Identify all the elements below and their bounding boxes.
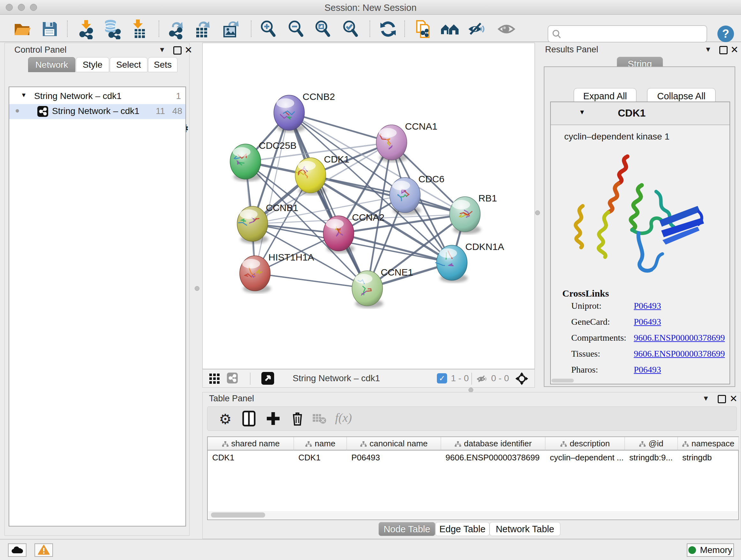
table-cell[interactable]: stringdb bbox=[678, 451, 739, 464]
show-columns-button[interactable] bbox=[239, 409, 259, 428]
tab-network[interactable]: Network bbox=[28, 57, 75, 72]
tab-node-table[interactable]: Node Table bbox=[379, 522, 435, 536]
export-image-button[interactable] bbox=[220, 19, 241, 39]
panel-close-icon[interactable]: ✕ bbox=[730, 393, 738, 404]
cloud-button[interactable] bbox=[8, 543, 26, 557]
help-button[interactable]: ? bbox=[718, 25, 734, 42]
network-collection-row[interactable]: ▼ String Network – cdk1 1 bbox=[9, 89, 185, 104]
protein-card-header[interactable]: ▼ CDK1 bbox=[551, 102, 730, 125]
panel-close-icon[interactable]: ✕ bbox=[731, 44, 738, 55]
table-cell[interactable]: cyclin–dependent ... bbox=[545, 451, 625, 464]
table-settings-gear-icon[interactable]: ⚙ bbox=[216, 409, 235, 428]
zoom-selected-button[interactable] bbox=[340, 19, 361, 39]
grid-view-icon[interactable] bbox=[209, 373, 220, 385]
crosslink-link[interactable]: 9606.ENSP00000378699 bbox=[634, 333, 725, 343]
edge-CCNE1-HIST1H1A[interactable] bbox=[255, 273, 367, 288]
crosslink-link[interactable]: 9606.ENSP00000378699 bbox=[634, 349, 725, 359]
node-table[interactable]: shared namenamecanonical namedatabase id… bbox=[207, 436, 739, 520]
toolbar-separator bbox=[404, 20, 405, 37]
column-header-name[interactable]: name bbox=[294, 437, 347, 450]
node-CDC6[interactable]: CDC6 bbox=[390, 174, 445, 215]
zoom-out-button[interactable] bbox=[286, 19, 307, 39]
crosslink-link[interactable]: P06493 bbox=[634, 365, 661, 375]
hscroll-thumb[interactable] bbox=[211, 512, 265, 517]
column-header-database-identifier[interactable]: database identifier bbox=[441, 437, 545, 450]
node-RB1[interactable]: RB1 bbox=[450, 193, 497, 234]
network-canvas[interactable]: CCNB2CCNA1CDC25BCDK1CDC6RB1CCNB1CCNA2CDK… bbox=[202, 43, 535, 369]
network-label: String Network – cdk1 bbox=[52, 106, 139, 116]
card-scrollbar-thumb[interactable] bbox=[551, 379, 574, 382]
table-hscrollbar[interactable] bbox=[208, 511, 738, 519]
column-header-namespace[interactable]: namespace bbox=[678, 437, 739, 450]
panel-menu-icon[interactable]: ▼ bbox=[158, 46, 165, 54]
table-cell[interactable]: CDK1 bbox=[208, 451, 294, 464]
crosslinks-heading: CrossLinks bbox=[562, 288, 609, 299]
delete-column-button[interactable] bbox=[288, 409, 307, 428]
warning-button[interactable] bbox=[35, 543, 53, 557]
table-cell[interactable]: 9606.ENSP00000378699 bbox=[441, 451, 545, 464]
export-network-button[interactable] bbox=[165, 19, 186, 39]
first-neighbors-button[interactable] bbox=[440, 19, 460, 39]
add-column-button[interactable] bbox=[264, 409, 283, 428]
zoom-fit-button[interactable] bbox=[313, 19, 333, 39]
crosslink-link[interactable]: P06493 bbox=[634, 317, 661, 327]
import-network-database-button[interactable] bbox=[102, 19, 123, 39]
show-all-button[interactable] bbox=[496, 19, 517, 39]
network-row-selected[interactable]: ● String Network – cdk1 11 48 bbox=[9, 104, 185, 119]
search-icon bbox=[551, 29, 562, 40]
string-network-graph[interactable]: CCNB2CCNA1CDC25BCDK1CDC6RB1CCNB1CCNA2CDK… bbox=[203, 43, 535, 369]
network-badge-icon[interactable] bbox=[227, 373, 238, 383]
save-session-button[interactable] bbox=[40, 19, 60, 39]
crosslink-link[interactable]: P06493 bbox=[634, 301, 661, 311]
panel-float-icon[interactable] bbox=[719, 46, 728, 54]
table-cell[interactable]: stringdb:9... bbox=[625, 451, 678, 464]
table-cell[interactable]: CDK1 bbox=[294, 451, 347, 464]
zoom-in-button[interactable] bbox=[258, 19, 279, 39]
tab-sets[interactable]: Sets bbox=[148, 57, 178, 72]
search-input[interactable] bbox=[565, 27, 703, 41]
node-CCNB1[interactable]: CCNB1 bbox=[237, 202, 298, 244]
panel-float-icon[interactable] bbox=[173, 46, 182, 55]
main-toolbar: ? bbox=[0, 15, 741, 42]
tab-edge-table[interactable]: Edge Table bbox=[435, 522, 489, 536]
export-table-button[interactable] bbox=[192, 19, 212, 39]
node-CDKN1A[interactable]: CDKN1A bbox=[435, 241, 504, 283]
apply-layout-button[interactable] bbox=[378, 19, 398, 39]
clone-network-button[interactable] bbox=[413, 19, 433, 39]
column-header-shared-name[interactable]: shared name bbox=[208, 437, 294, 450]
node-label-RB1: RB1 bbox=[478, 193, 497, 203]
node-CCNA2[interactable]: CCNA2 bbox=[323, 212, 385, 253]
edge-CCNB2-HIST1H1A[interactable] bbox=[255, 113, 289, 273]
import-network-file-button[interactable] bbox=[76, 19, 96, 39]
tab-network-table[interactable]: Network Table bbox=[489, 522, 560, 536]
footer-separator bbox=[250, 373, 251, 385]
selected-checkbox-icon[interactable]: ✓ bbox=[437, 373, 447, 383]
table-cell[interactable]: P06493 bbox=[347, 451, 441, 464]
hide-selected-button[interactable] bbox=[467, 19, 487, 39]
tree-expander-icon[interactable]: ▼ bbox=[21, 91, 27, 99]
node-CCNA1[interactable]: CCNA1 bbox=[376, 121, 437, 162]
collapse-icon[interactable]: ▼ bbox=[579, 109, 585, 116]
tab-style[interactable]: Style bbox=[76, 57, 109, 72]
node-CDK1[interactable]: CDK1 bbox=[295, 154, 349, 195]
left-splitter-handle[interactable] bbox=[195, 286, 199, 291]
memory-button[interactable]: Memory bbox=[687, 543, 734, 557]
panel-close-icon[interactable]: ✕ bbox=[185, 44, 192, 56]
node-CCNE1[interactable]: CCNE1 bbox=[352, 267, 413, 308]
bottom-splitter-handle[interactable] bbox=[468, 388, 473, 392]
column-header-id[interactable]: @id bbox=[625, 437, 678, 450]
open-in-window-icon[interactable] bbox=[261, 372, 274, 385]
birdseye-icon[interactable] bbox=[515, 372, 529, 386]
panel-menu-icon[interactable]: ▼ bbox=[702, 394, 710, 402]
open-session-button[interactable] bbox=[12, 19, 32, 39]
panel-float-icon[interactable] bbox=[718, 395, 726, 403]
panel-menu-icon[interactable]: ▼ bbox=[704, 45, 712, 54]
toolbar-separator bbox=[158, 20, 159, 37]
selected-count: 1 - 0 bbox=[451, 373, 469, 383]
table-panel-title: Table Panel bbox=[209, 394, 254, 403]
import-table-button[interactable] bbox=[129, 19, 149, 39]
node-HIST1H1A[interactable]: HIST1H1A bbox=[240, 252, 314, 293]
column-header-canonical-name[interactable]: canonical name bbox=[347, 437, 441, 450]
tab-select[interactable]: Select bbox=[110, 57, 147, 72]
column-header-description[interactable]: description bbox=[545, 437, 625, 450]
